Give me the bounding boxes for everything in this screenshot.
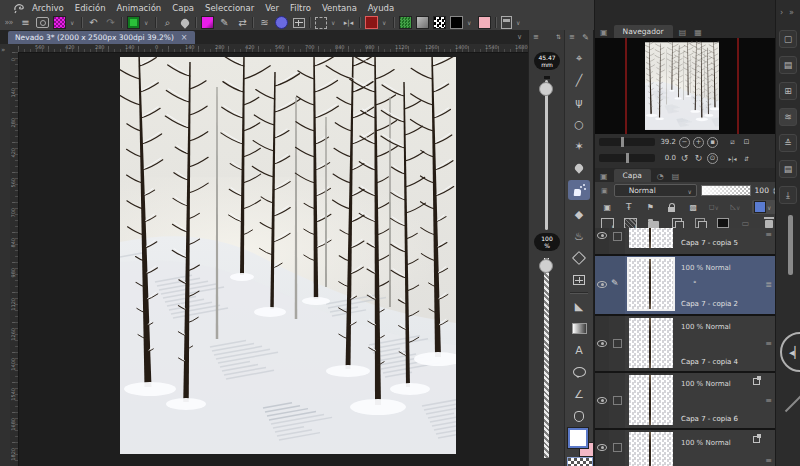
tool-lasso[interactable]: ○ — [568, 114, 590, 134]
black-swatch-icon[interactable] — [450, 16, 463, 29]
rotate-cw-icon[interactable]: ↻ — [693, 153, 704, 164]
tool-operation[interactable]: ⌖ — [568, 48, 590, 68]
menu-animacion[interactable]: Animación — [117, 3, 162, 13]
tool-property-icon[interactable]: ⇄ — [235, 16, 248, 29]
undo-icon[interactable]: ↶ — [87, 16, 100, 29]
zoom-fit-icon[interactable]: ▪ — [707, 137, 718, 148]
panel-button-timeline[interactable]: ▤ — [779, 56, 797, 74]
layer-check-icon[interactable] — [613, 443, 622, 452]
panel-layout-icon[interactable] — [501, 16, 512, 29]
layer-visibility-icon[interactable] — [597, 281, 607, 288]
layer-grip-icon[interactable]: ≡ — [765, 230, 772, 239]
panel-button-layer-search[interactable]: ≙ — [779, 134, 797, 152]
layer-grip-icon[interactable]: ≡ — [765, 339, 772, 348]
layer-thumbnail[interactable] — [629, 259, 673, 309]
tool-grass-brush[interactable]: ψ — [568, 92, 590, 112]
layer-color-chip[interactable]: ∨ — [752, 200, 776, 214]
tab-close-icon[interactable]: × — [181, 33, 188, 42]
lock-layer-icon[interactable] — [666, 201, 679, 214]
tool-magic-wand[interactable]: ✶ — [568, 136, 590, 156]
layer-visibility-icon[interactable] — [597, 397, 607, 404]
layer-grip-icon[interactable]: ≡ — [765, 396, 772, 405]
tool-balloon[interactable] — [568, 362, 590, 382]
layer-visibility-icon[interactable] — [597, 232, 607, 239]
slider-mode-icon[interactable]: ⇅ — [556, 33, 561, 45]
overflow-chevrons-icon[interactable]: »» — [2, 16, 15, 29]
zoom-out-icon[interactable]: − — [679, 137, 690, 148]
workspace-icon[interactable] — [36, 17, 49, 28]
menu-filtro[interactable]: Filtro — [290, 3, 311, 13]
checker-swatch-icon[interactable] — [433, 16, 446, 29]
lock-transparent-icon[interactable]: ▩ — [687, 201, 700, 214]
mask-thumbnail-icon[interactable]: ▣ — [601, 201, 614, 214]
tool-ruler[interactable]: ◣ — [568, 296, 590, 316]
tool-text[interactable]: A — [568, 340, 590, 360]
layer-thumbnail[interactable] — [629, 432, 673, 466]
layer-thumbnail[interactable] — [629, 318, 673, 368]
tab-subview-icon[interactable]: ▤ — [677, 27, 689, 38]
layer-grip-icon[interactable]: ≡ — [765, 456, 772, 465]
layer-check-icon[interactable] — [613, 396, 622, 405]
panel-button-layer-property[interactable]: ▤ — [779, 160, 797, 178]
brush-opacity-slider[interactable] — [544, 258, 549, 458]
panel-button-navigator[interactable]: ▢ — [779, 30, 797, 48]
tool-fill-bucket[interactable] — [568, 248, 590, 268]
layer-row[interactable]: 100 % Normal ≡ — [595, 430, 776, 466]
layer-thumbnail[interactable] — [629, 375, 673, 425]
pixel-ratio-icon[interactable]: ⧄ — [727, 137, 738, 148]
collapse-panel-icon[interactable]: › — [780, 8, 783, 17]
menu-ver[interactable]: Ver — [265, 3, 279, 13]
flip-horizontal-icon[interactable]: ▸|◂ — [342, 16, 355, 29]
tab-layer-search-icon[interactable]: ◔ — [655, 171, 666, 182]
tool-line[interactable]: ╱ — [568, 70, 590, 90]
tool-edit-icon[interactable]: ✎ — [582, 33, 589, 45]
layer-row[interactable]: Capa 7 - copia 5 ≡ — [595, 228, 776, 256]
tool-airbrush-selected[interactable] — [568, 180, 590, 200]
menu-archivo[interactable]: Archivo — [32, 3, 64, 13]
tab-capa[interactable]: Capa — [614, 169, 651, 182]
eyedropper-tool-icon[interactable] — [178, 16, 191, 29]
brush-preset-swatch-icon[interactable] — [201, 16, 214, 29]
layer-row-selected[interactable]: ✎ 100 % Normal ° Capa 7 - copia 2 ≣ — [595, 256, 776, 316]
transform-dropdown-icon[interactable]: ∨ — [331, 19, 338, 26]
brush-size-slider[interactable] — [545, 80, 548, 230]
transform-icon[interactable] — [315, 17, 327, 29]
navigator-zoom-slider[interactable] — [599, 138, 655, 146]
tab-layer-property-icon[interactable]: ▤ — [670, 171, 682, 182]
blend-mode-select[interactable]: Normal∨ — [614, 184, 697, 197]
layer-row[interactable]: 100 % Normal Capa 7 - copia 4 ≡ — [595, 316, 776, 373]
strip-scrollbar-thumb[interactable] — [788, 215, 793, 275]
layer-grip-icon[interactable]: ≣ — [765, 280, 772, 289]
layers-stack-icon[interactable]: ≋ — [258, 16, 271, 29]
layer-check-icon[interactable] — [613, 232, 622, 241]
tool-frame[interactable] — [568, 270, 590, 290]
document-tab[interactable]: Nevado 3* (2000 x 2500px 300dpi 39.2%) × — [8, 31, 195, 44]
gray-swatch-icon[interactable] — [416, 16, 429, 29]
brush-size-slider-thumb[interactable] — [539, 82, 553, 96]
tab-list-dropdown-icon[interactable]: ∨ — [517, 33, 522, 41]
tool-eyedropper[interactable] — [568, 158, 590, 178]
clip-to-layer-below-icon[interactable]: Ŧ — [623, 201, 636, 214]
tool-blend[interactable]: ♨ — [568, 226, 590, 246]
menu-seleccionar[interactable]: Seleccionar — [205, 3, 254, 13]
material-red-swatch-icon[interactable] — [365, 16, 378, 29]
hamburger-menu-icon[interactable]: ≡ — [19, 16, 32, 29]
redo-icon[interactable]: ↷ — [104, 16, 117, 29]
panel-button-layers[interactable]: ≋ — [779, 108, 797, 126]
new-file-dropdown-icon[interactable]: ∨ — [70, 19, 77, 26]
navigator-preview[interactable] — [595, 38, 776, 134]
tool-hand[interactable] — [568, 406, 590, 426]
menu-ventana[interactable]: Ventana — [322, 3, 357, 13]
collapse-all-icon[interactable]: » — [789, 8, 794, 17]
color-wheel-icon[interactable] — [275, 16, 288, 29]
flip-vertical-preview-icon[interactable]: ⇵ — [741, 153, 752, 164]
selection-mode-swatch-icon[interactable] — [127, 16, 140, 29]
flip-horizontal-preview-icon[interactable]: ▸|◂ — [727, 153, 738, 164]
transparent-color-swatch[interactable] — [567, 457, 593, 466]
tool-menu-icon[interactable]: ≡ — [569, 33, 575, 45]
pen-tool-icon[interactable]: ✎ — [218, 16, 231, 29]
zoom-in-icon[interactable]: + — [693, 137, 704, 148]
reference-layer-icon[interactable]: ⚑ — [644, 201, 657, 214]
layer-visibility-icon[interactable] — [597, 340, 607, 347]
rotate-ccw-icon[interactable]: ↺ — [679, 153, 690, 164]
